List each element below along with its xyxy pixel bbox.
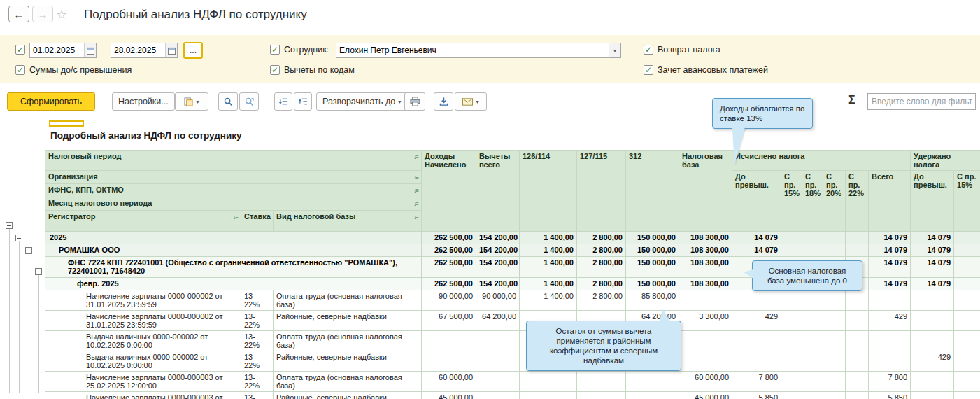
value-cell[interactable] [781,244,802,257]
value-cell[interactable]: 90 000,00 [476,290,520,311]
rate-cell[interactable]: 13-22% [241,290,274,311]
settings-button[interactable]: Настройки... [112,92,175,111]
sort-icon[interactable]: ↓≡ [413,214,418,222]
value-cell[interactable]: 2 800,00 [577,278,626,290]
value-cell[interactable] [911,311,954,331]
value-cell[interactable]: 14 079 [732,232,781,244]
value-cell[interactable] [781,331,802,351]
value-cell[interactable]: 7 800 [732,372,781,392]
collapse-levels-button[interactable] [274,92,292,111]
sort-icon[interactable]: ↓≡ [413,200,418,209]
value-cell[interactable] [911,290,954,311]
print-button[interactable] [404,92,425,111]
calendar-icon[interactable] [165,43,177,57]
header-income[interactable]: ДоходыНачислено [422,150,476,232]
value-cell[interactable] [732,331,781,351]
value-cell[interactable] [802,311,823,331]
value-cell[interactable] [954,392,980,399]
row-label-cell[interactable]: Начисление зарплаты 0000-000002 от 31.01… [45,311,241,331]
value-cell[interactable] [781,232,802,244]
value-cell[interactable]: 5 850 [869,392,911,399]
value-cell[interactable]: 2 800,00 [577,290,626,311]
value-cell[interactable]: 14 079 [911,257,954,278]
value-cell[interactable] [781,372,802,392]
collapse-group-button[interactable] [25,247,32,254]
value-cell[interactable]: 1 400,00 [520,290,577,311]
value-cell[interactable] [823,244,846,257]
header-code-127[interactable]: 127/115 [577,150,626,232]
report-data-row[interactable]: Выдача наличных 0000-000002 от 10.02.202… [45,351,980,372]
date-to-input[interactable] [111,46,165,55]
header-calc-total[interactable]: Всего [869,171,911,232]
value-cell[interactable] [954,351,980,372]
value-cell[interactable]: 154 200,00 [476,244,520,257]
rate-cell[interactable]: 13-22% [241,351,274,372]
value-cell[interactable] [954,331,980,351]
value-cell[interactable] [422,351,476,372]
sort-icon[interactable]: ↓≡ [413,187,418,195]
value-cell[interactable] [422,331,476,351]
header-calc-15[interactable]: С пр. 15% [781,171,802,232]
collapse-group-button[interactable] [15,234,22,241]
value-cell[interactable] [476,372,520,392]
header-calc-18[interactable]: С пр. 18% [802,171,823,232]
value-cell[interactable]: 154 200,00 [476,257,520,278]
value-cell[interactable] [679,290,732,311]
expand-levels-button[interactable] [294,92,312,111]
value-cell[interactable] [954,232,980,244]
value-cell[interactable] [869,290,911,311]
period-checkbox[interactable]: ✓ [15,45,25,55]
row-label-cell[interactable]: 2025 [45,232,422,244]
value-cell[interactable] [869,351,911,372]
row-label-cell[interactable]: Выдача наличных 0000-000002 от 10.02.202… [45,331,241,351]
value-cell[interactable] [911,372,954,392]
value-cell[interactable]: 150 000,00 [626,257,679,278]
header-base-type[interactable]: ↓≡Вид налоговой базы [274,211,422,232]
header-deductions[interactable]: Вычеты всего [476,150,520,232]
report-data-row[interactable]: Начисление зарплаты 0000-000002 от 31.01… [45,311,980,331]
refund-checkbox[interactable]: ✓ [644,45,653,55]
value-cell[interactable]: 45 000,00 [422,392,476,399]
value-cell[interactable] [626,392,679,399]
forward-button[interactable]: → [32,6,53,22]
employee-input[interactable] [336,46,609,55]
value-cell[interactable] [823,351,846,372]
header-code-126[interactable]: 126/114 [520,150,577,232]
value-cell[interactable]: 60 000,00 [679,372,732,392]
value-cell[interactable] [869,331,911,351]
value-cell[interactable]: 14 079 [732,244,781,257]
value-cell[interactable]: 14 079 [869,278,911,290]
value-cell[interactable]: 14 079 [911,232,954,244]
value-cell[interactable]: 85 800,00 [626,290,679,311]
value-cell[interactable] [802,372,823,392]
report-variants-button[interactable]: ▾ [175,92,208,111]
value-cell[interactable]: 1 400,00 [520,232,577,244]
value-cell[interactable]: 2 800,00 [577,232,626,244]
report-data-row[interactable]: Выдача наличных 0000-000002 от 10.02.202… [45,331,980,351]
value-cell[interactable]: 150 000,00 [626,232,679,244]
value-cell[interactable]: 154 200,00 [476,278,520,290]
chevron-down-icon[interactable]: ▾ [609,43,620,57]
rate-cell[interactable]: 13-22% [241,331,274,351]
value-cell[interactable]: 60 000,00 [422,372,476,392]
search-button[interactable] [218,92,238,111]
value-cell[interactable] [577,372,626,392]
base-type-cell[interactable]: Оплата труда (основная налоговая база) [274,290,422,311]
advance-checkbox[interactable]: ✓ [644,65,653,75]
employee-checkbox[interactable]: ✓ [270,45,280,55]
value-cell[interactable] [732,290,781,311]
value-cell[interactable] [823,232,846,244]
base-type-cell[interactable]: Оплата труда (основная налоговая база) [274,331,422,351]
value-cell[interactable] [954,244,980,257]
value-cell[interactable] [781,290,802,311]
value-cell[interactable] [846,311,869,331]
rate-cell[interactable]: 13-22% [241,392,274,399]
value-cell[interactable] [954,311,980,331]
sort-icon[interactable]: ↓≡ [413,174,418,182]
base-type-cell[interactable]: Районные, северные надбавки [274,351,422,372]
value-cell[interactable] [732,351,781,372]
value-cell[interactable]: 429 [911,351,954,372]
value-cell[interactable] [802,351,823,372]
quick-filter-input[interactable] [867,93,976,110]
expand-to-button[interactable]: Разворачивать до ▾ [316,92,407,111]
